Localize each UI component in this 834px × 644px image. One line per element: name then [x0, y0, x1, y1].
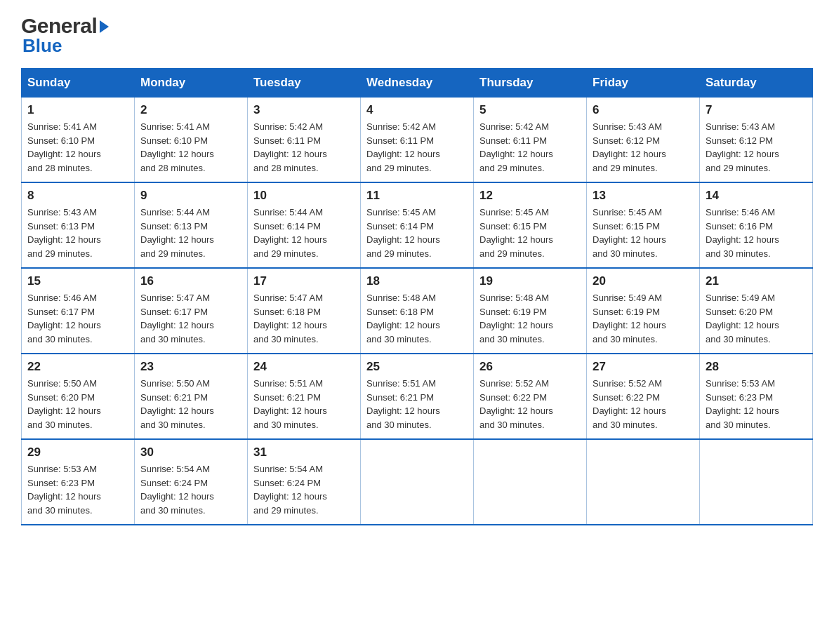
day-number: 2: [140, 103, 241, 117]
calendar-cell: [700, 439, 813, 525]
day-number: 1: [27, 103, 128, 117]
day-info: Sunrise: 5:53 AMSunset: 6:23 PMDaylight:…: [27, 464, 101, 516]
day-number: 16: [140, 274, 241, 288]
day-number: 8: [27, 189, 128, 203]
calendar-day-header: Sunday: [22, 69, 135, 98]
calendar-cell: 14 Sunrise: 5:46 AMSunset: 6:16 PMDaylig…: [700, 182, 813, 268]
calendar-day-header: Thursday: [474, 69, 587, 98]
day-info: Sunrise: 5:45 AMSunset: 6:15 PMDaylight:…: [479, 207, 553, 259]
day-number: 23: [140, 360, 241, 374]
day-info: Sunrise: 5:45 AMSunset: 6:15 PMDaylight:…: [593, 207, 666, 259]
day-number: 17: [253, 274, 355, 288]
calendar-cell: 21 Sunrise: 5:49 AMSunset: 6:20 PMDaylig…: [700, 268, 813, 354]
calendar-cell: 27 Sunrise: 5:52 AMSunset: 6:22 PMDaylig…: [587, 354, 700, 439]
day-number: 22: [27, 360, 128, 374]
calendar-cell: 3 Sunrise: 5:42 AMSunset: 6:11 PMDayligh…: [248, 98, 361, 183]
day-info: Sunrise: 5:43 AMSunset: 6:12 PMDaylight:…: [706, 121, 779, 173]
day-info: Sunrise: 5:49 AMSunset: 6:20 PMDaylight:…: [706, 293, 779, 344]
calendar-week-row: 22 Sunrise: 5:50 AMSunset: 6:20 PMDaylig…: [22, 354, 813, 439]
calendar-cell: 13 Sunrise: 5:45 AMSunset: 6:15 PMDaylig…: [587, 182, 700, 268]
calendar-cell: 20 Sunrise: 5:49 AMSunset: 6:19 PMDaylig…: [587, 268, 700, 354]
calendar-header-row: SundayMondayTuesdayWednesdayThursdayFrid…: [22, 69, 813, 98]
calendar-cell: 29 Sunrise: 5:53 AMSunset: 6:23 PMDaylig…: [22, 439, 135, 525]
day-info: Sunrise: 5:41 AMSunset: 6:10 PMDaylight:…: [140, 121, 214, 173]
calendar-week-row: 1 Sunrise: 5:41 AMSunset: 6:10 PMDayligh…: [22, 98, 813, 183]
calendar-cell: 22 Sunrise: 5:50 AMSunset: 6:20 PMDaylig…: [22, 354, 135, 439]
calendar-cell: 18 Sunrise: 5:48 AMSunset: 6:18 PMDaylig…: [361, 268, 474, 354]
calendar-day-header: Monday: [135, 69, 248, 98]
day-number: 3: [253, 103, 355, 117]
day-number: 15: [27, 274, 128, 288]
day-info: Sunrise: 5:42 AMSunset: 6:11 PMDaylight:…: [253, 121, 327, 173]
day-number: 13: [593, 189, 694, 203]
calendar-cell: 25 Sunrise: 5:51 AMSunset: 6:21 PMDaylig…: [361, 354, 474, 439]
page-header: General Blue: [21, 14, 813, 57]
day-info: Sunrise: 5:45 AMSunset: 6:14 PMDaylight:…: [366, 207, 440, 259]
day-info: Sunrise: 5:43 AMSunset: 6:12 PMDaylight:…: [593, 121, 666, 173]
day-number: 12: [479, 189, 581, 203]
calendar-cell: 12 Sunrise: 5:45 AMSunset: 6:15 PMDaylig…: [474, 182, 587, 268]
day-number: 26: [479, 360, 581, 374]
day-number: 21: [706, 274, 807, 288]
day-info: Sunrise: 5:42 AMSunset: 6:11 PMDaylight:…: [479, 121, 553, 173]
calendar-cell: 9 Sunrise: 5:44 AMSunset: 6:13 PMDayligh…: [135, 182, 248, 268]
calendar-day-header: Tuesday: [248, 69, 361, 98]
day-number: 14: [706, 189, 807, 203]
calendar-week-row: 15 Sunrise: 5:46 AMSunset: 6:17 PMDaylig…: [22, 268, 813, 354]
day-number: 7: [706, 103, 807, 117]
day-info: Sunrise: 5:50 AMSunset: 6:21 PMDaylight:…: [140, 378, 214, 430]
day-info: Sunrise: 5:44 AMSunset: 6:14 PMDaylight:…: [253, 207, 327, 259]
day-number: 31: [253, 445, 355, 459]
day-number: 20: [593, 274, 694, 288]
day-info: Sunrise: 5:44 AMSunset: 6:13 PMDaylight:…: [140, 207, 214, 259]
day-number: 9: [140, 189, 241, 203]
day-info: Sunrise: 5:52 AMSunset: 6:22 PMDaylight:…: [593, 378, 666, 430]
logo: General Blue: [21, 14, 109, 57]
calendar-cell: [474, 439, 587, 525]
day-number: 10: [253, 189, 355, 203]
day-number: 29: [27, 445, 128, 459]
calendar-day-header: Saturday: [700, 69, 813, 98]
calendar-cell: 16 Sunrise: 5:47 AMSunset: 6:17 PMDaylig…: [135, 268, 248, 354]
day-info: Sunrise: 5:50 AMSunset: 6:20 PMDaylight:…: [27, 378, 101, 430]
day-info: Sunrise: 5:48 AMSunset: 6:19 PMDaylight:…: [479, 293, 553, 344]
calendar-cell: 26 Sunrise: 5:52 AMSunset: 6:22 PMDaylig…: [474, 354, 587, 439]
day-info: Sunrise: 5:49 AMSunset: 6:19 PMDaylight:…: [593, 293, 666, 344]
day-info: Sunrise: 5:53 AMSunset: 6:23 PMDaylight:…: [706, 378, 779, 430]
calendar-day-header: Friday: [587, 69, 700, 98]
day-info: Sunrise: 5:46 AMSunset: 6:17 PMDaylight:…: [27, 293, 101, 344]
calendar-cell: 28 Sunrise: 5:53 AMSunset: 6:23 PMDaylig…: [700, 354, 813, 439]
calendar-cell: 8 Sunrise: 5:43 AMSunset: 6:13 PMDayligh…: [22, 182, 135, 268]
calendar-day-header: Wednesday: [361, 69, 474, 98]
calendar-cell: 1 Sunrise: 5:41 AMSunset: 6:10 PMDayligh…: [22, 98, 135, 183]
day-number: 11: [366, 189, 468, 203]
calendar-cell: [361, 439, 474, 525]
day-info: Sunrise: 5:51 AMSunset: 6:21 PMDaylight:…: [366, 378, 440, 430]
calendar-table: SundayMondayTuesdayWednesdayThursdayFrid…: [21, 68, 813, 525]
calendar-cell: 11 Sunrise: 5:45 AMSunset: 6:14 PMDaylig…: [361, 182, 474, 268]
day-number: 5: [479, 103, 581, 117]
day-number: 18: [366, 274, 468, 288]
day-info: Sunrise: 5:54 AMSunset: 6:24 PMDaylight:…: [253, 464, 327, 516]
calendar-cell: 7 Sunrise: 5:43 AMSunset: 6:12 PMDayligh…: [700, 98, 813, 183]
calendar-cell: 15 Sunrise: 5:46 AMSunset: 6:17 PMDaylig…: [22, 268, 135, 354]
calendar-cell: 6 Sunrise: 5:43 AMSunset: 6:12 PMDayligh…: [587, 98, 700, 183]
calendar-week-row: 8 Sunrise: 5:43 AMSunset: 6:13 PMDayligh…: [22, 182, 813, 268]
day-info: Sunrise: 5:42 AMSunset: 6:11 PMDaylight:…: [366, 121, 440, 173]
calendar-cell: 24 Sunrise: 5:51 AMSunset: 6:21 PMDaylig…: [248, 354, 361, 439]
calendar-cell: 17 Sunrise: 5:47 AMSunset: 6:18 PMDaylig…: [248, 268, 361, 354]
day-number: 30: [140, 445, 241, 459]
day-info: Sunrise: 5:48 AMSunset: 6:18 PMDaylight:…: [366, 293, 440, 344]
calendar-cell: 30 Sunrise: 5:54 AMSunset: 6:24 PMDaylig…: [135, 439, 248, 525]
day-info: Sunrise: 5:43 AMSunset: 6:13 PMDaylight:…: [27, 207, 101, 259]
calendar-cell: 10 Sunrise: 5:44 AMSunset: 6:14 PMDaylig…: [248, 182, 361, 268]
day-number: 6: [593, 103, 694, 117]
calendar-cell: 5 Sunrise: 5:42 AMSunset: 6:11 PMDayligh…: [474, 98, 587, 183]
logo-blue-text: Blue: [22, 35, 62, 57]
day-number: 24: [253, 360, 355, 374]
day-number: 25: [366, 360, 468, 374]
day-info: Sunrise: 5:41 AMSunset: 6:10 PMDaylight:…: [27, 121, 101, 173]
calendar-cell: 19 Sunrise: 5:48 AMSunset: 6:19 PMDaylig…: [474, 268, 587, 354]
calendar-cell: 4 Sunrise: 5:42 AMSunset: 6:11 PMDayligh…: [361, 98, 474, 183]
calendar-cell: 23 Sunrise: 5:50 AMSunset: 6:21 PMDaylig…: [135, 354, 248, 439]
